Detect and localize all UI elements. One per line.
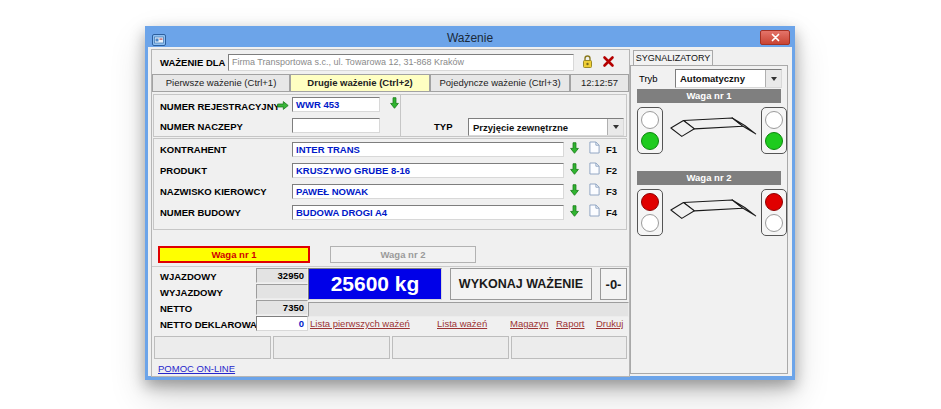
waga-2-header: Waga nr 2 bbox=[637, 171, 781, 185]
placeholder-panel-4 bbox=[511, 336, 627, 359]
numer-naczepy-input[interactable] bbox=[292, 118, 380, 133]
tryb-dropdown[interactable]: Automatyczny bbox=[675, 69, 782, 88]
waga1-right-bottom-light bbox=[765, 132, 783, 150]
netto-value: 7350 bbox=[257, 301, 307, 314]
waga2-left-bottom-light bbox=[641, 214, 659, 232]
wjazdowy-label: WJAZDOWY bbox=[160, 271, 216, 282]
arrow-down-icon-budowa[interactable] bbox=[568, 204, 581, 218]
typ-value: Przyjęcie zewnętrzne bbox=[469, 122, 607, 133]
placeholder-panel-1 bbox=[154, 336, 271, 359]
numer-naczepy-label: NUMER NACZEPY bbox=[160, 121, 243, 132]
clock: 12:12:57 bbox=[570, 74, 629, 92]
numer-budowy-label: NUMER BUDOWY bbox=[160, 207, 241, 218]
raport-link[interactable]: Raport bbox=[556, 318, 585, 329]
netto-deklarowane-input[interactable]: 0 bbox=[256, 316, 308, 331]
window-client-area: WAŻENIE DLA Firma Transportowa s.c., ul.… bbox=[148, 47, 792, 376]
arrow-right-icon bbox=[276, 99, 289, 112]
wazenie-dla-value: Firma Transportowa s.c., ul. Towarowa 12… bbox=[229, 55, 573, 69]
placeholder-panel-3 bbox=[392, 336, 509, 359]
traffic-light-waga2-right bbox=[761, 189, 787, 236]
typ-label: TYP bbox=[434, 121, 452, 132]
netto-deklarowane-value: 0 bbox=[257, 317, 307, 330]
lista-pierwszych-wazen-link[interactable]: Lista pierwszych ważeń bbox=[310, 318, 410, 329]
placeholder-panel-2 bbox=[273, 336, 390, 359]
produkt-input[interactable]: KRUSZYWO GRUBE 8-16 bbox=[292, 163, 564, 178]
kontrahent-input[interactable]: INTER TRANS bbox=[292, 142, 564, 157]
tab-pierwsze-wazenie[interactable]: Pierwsze ważenie (Ctrl+1) bbox=[152, 74, 290, 92]
fkey-label-f3: F3 bbox=[606, 186, 617, 197]
tryb-label: Tryb bbox=[639, 73, 658, 84]
waga1-left-top-light bbox=[641, 111, 659, 129]
numer-rejestracyjny-label: NUMER REJESTRACYJNY bbox=[160, 101, 280, 112]
weight-display: 25600 kg bbox=[308, 268, 442, 300]
signals-panel: SYGNALIZATORY Tryb Automatyczny Waga nr … bbox=[630, 49, 790, 375]
numer-rejestracyjny-value: WWR 453 bbox=[293, 98, 379, 111]
kontrahent-label: KONTRAHENT bbox=[160, 144, 227, 155]
magazyn-link[interactable]: Magazyn bbox=[510, 318, 549, 329]
close-icon bbox=[771, 30, 780, 45]
traffic-light-waga2-left bbox=[637, 189, 663, 236]
waga1-left-bottom-light bbox=[641, 132, 659, 150]
arrow-down-icon-produkt[interactable] bbox=[568, 162, 581, 176]
zero-button[interactable]: -0- bbox=[600, 268, 627, 300]
numer-budowy-input[interactable]: BUDOWA DROGI A4 bbox=[292, 205, 564, 220]
close-button[interactable] bbox=[760, 30, 790, 45]
nazwisko-kierowcy-value: PAWEŁ NOWAK bbox=[293, 185, 563, 198]
tab-pojedyncze-wazenie[interactable]: Pojedyncze ważenie (Ctrl+3) bbox=[430, 74, 570, 92]
clear-weighing-icon[interactable] bbox=[602, 55, 615, 68]
waga-1-header: Waga nr 1 bbox=[637, 89, 781, 103]
window-titlebar[interactable]: Ważenie bbox=[148, 29, 792, 47]
produkt-label: PRODUKT bbox=[160, 165, 207, 176]
waga1-right-top-light bbox=[765, 111, 783, 129]
wykonaj-wazenie-button[interactable]: WYKONAJ WAŻENIE bbox=[450, 268, 592, 300]
fkey-label-f1: F1 bbox=[606, 144, 617, 155]
nazwisko-kierowcy-label: NAZWISKO KIEROWCY bbox=[160, 186, 267, 197]
sygnalizatory-page: Tryb Automatyczny Waga nr 1 bbox=[630, 65, 788, 374]
numer-budowy-value: BUDOWA DROGI A4 bbox=[293, 206, 563, 219]
section-divider bbox=[152, 266, 629, 267]
window-title: Ważenie bbox=[148, 31, 792, 45]
wazenie-dla-input[interactable]: Firma Transportowa s.c., ul. Towarowa 12… bbox=[228, 54, 574, 71]
tab-sygnalizatory[interactable]: SYGNALIZATORY bbox=[633, 50, 713, 66]
waga2-right-top-light bbox=[765, 193, 783, 211]
netto-label: NETTO bbox=[160, 303, 192, 314]
document-icon-f4[interactable] bbox=[589, 204, 600, 217]
waga2-right-bottom-light bbox=[765, 214, 783, 232]
pomoc-online-link[interactable]: POMOC ON-LINE bbox=[158, 363, 235, 374]
typ-dropdown-arrow-icon[interactable] bbox=[607, 119, 623, 135]
produkt-value: KRUSZYWO GRUBE 8-16 bbox=[293, 164, 563, 177]
nazwisko-kierowcy-input[interactable]: PAWEŁ NOWAK bbox=[292, 184, 564, 199]
fkey-label-f2: F2 bbox=[606, 165, 617, 176]
traffic-light-waga1-right bbox=[761, 107, 787, 154]
wjazdowy-value-box: 32950 bbox=[256, 268, 308, 283]
desktop-background: Ważenie WAŻENIE DLA Firma Transportowa s… bbox=[0, 0, 941, 409]
document-icon-f1[interactable] bbox=[589, 141, 600, 154]
waga-1-button[interactable]: Waga nr 1 bbox=[158, 246, 310, 263]
netto-deklarowane-label: NETTO DEKLAROWANE bbox=[160, 319, 270, 330]
lista-wazen-link[interactable]: Lista ważeń bbox=[437, 318, 487, 329]
fkey-label-f4: F4 bbox=[606, 207, 617, 218]
numer-rejestracyjny-input[interactable]: WWR 453 bbox=[292, 97, 380, 112]
arrow-down-icon-rejestracyjny[interactable] bbox=[388, 96, 401, 110]
kontrahent-value: INTER TRANS bbox=[293, 143, 563, 156]
waga-2-button[interactable]: Waga nr 2 bbox=[330, 246, 476, 263]
wjazdowy-value: 32950 bbox=[257, 269, 307, 282]
waga2-left-top-light bbox=[641, 193, 659, 211]
lock-icon[interactable] bbox=[581, 54, 594, 69]
tab-drugie-wazenie[interactable]: Drugie ważenie (Ctrl+2) bbox=[290, 74, 430, 92]
drukuj-link[interactable]: Drukuj bbox=[596, 318, 623, 329]
weighbridge-icon-waga1 bbox=[665, 110, 759, 146]
netto-value-box: 7350 bbox=[256, 300, 308, 315]
wazenie-dla-label: WAŻENIE DLA bbox=[160, 57, 225, 68]
typ-dropdown[interactable]: Przyjęcie zewnętrzne bbox=[468, 118, 624, 136]
arrow-down-icon-kontrahent[interactable] bbox=[568, 141, 581, 155]
tryb-value: Automatyczny bbox=[676, 73, 765, 84]
wyjazdowy-value-box bbox=[256, 284, 308, 299]
weighbridge-icon-waga2 bbox=[665, 192, 759, 228]
document-icon-f3[interactable] bbox=[589, 183, 600, 196]
tryb-dropdown-arrow-icon[interactable] bbox=[765, 70, 781, 87]
wazenie-window: Ważenie WAŻENIE DLA Firma Transportowa s… bbox=[145, 26, 795, 380]
weighing-form-panel: WAŻENIE DLA Firma Transportowa s.c., ul.… bbox=[151, 49, 630, 377]
arrow-down-icon-kierowca[interactable] bbox=[568, 183, 581, 197]
document-icon-f2[interactable] bbox=[589, 162, 600, 175]
